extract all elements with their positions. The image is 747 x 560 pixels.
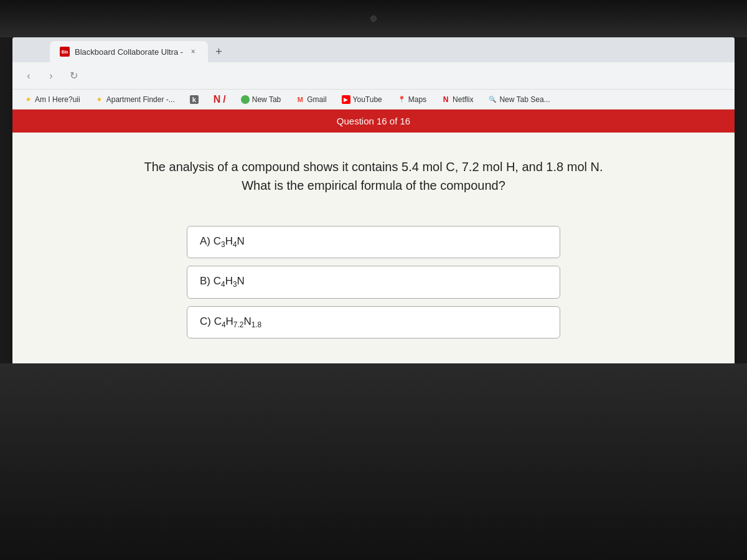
bookmark-new-tab[interactable]: New Tab xyxy=(237,94,284,105)
bookmark-apartment-finder[interactable]: ★ Apartment Finder -... xyxy=(92,94,179,105)
tab-favicon: Bb xyxy=(60,47,70,57)
question-progress-banner: Question 16 of 16 xyxy=(12,110,735,133)
nt-logo-slash: / xyxy=(223,94,225,105)
question-line1: The analysis of a compound shows it cont… xyxy=(144,160,603,174)
star-icon: ★ xyxy=(24,95,32,104)
search-icon: 🔍 xyxy=(488,95,497,104)
youtube-icon: ▶ xyxy=(342,95,350,104)
bookmark-label: YouTube xyxy=(353,95,382,104)
new-tab-icon xyxy=(241,95,250,104)
bookmark-label: Apartment Finder -... xyxy=(106,95,175,104)
laptop-bezel-top xyxy=(0,0,747,37)
active-tab[interactable]: Bb Blackboard Collaborate Ultra - × xyxy=(50,41,208,62)
page-wrapper: Bb Blackboard Collaborate Ultra - × + ‹ … xyxy=(0,0,747,560)
bookmark-netflix[interactable]: N Netflix xyxy=(438,94,477,105)
bookmark-label: Netflix xyxy=(453,95,473,104)
new-tab-button[interactable]: + xyxy=(208,42,230,62)
bookmark-youtube[interactable]: ▶ YouTube xyxy=(338,94,386,105)
answer-choices: A) C3H4N B) C4H3N C) C4H7.2N1.8 xyxy=(187,226,560,338)
nt-logo-icon: N xyxy=(214,94,221,105)
bookmark-am-i-here[interactable]: ★ Am I Here?uii xyxy=(20,94,84,105)
answer-b-button[interactable]: B) C4H3N xyxy=(187,266,560,298)
back-icon: ‹ xyxy=(27,70,30,82)
webcam xyxy=(370,16,377,22)
browser-wrapper: Bb Blackboard Collaborate Ultra - × + ‹ … xyxy=(12,37,735,363)
back-button[interactable]: ‹ xyxy=(20,67,37,85)
forward-button[interactable]: › xyxy=(42,67,60,85)
bookmark-gmail[interactable]: M Gmail xyxy=(292,94,330,105)
refresh-button[interactable]: ↻ xyxy=(65,67,82,85)
laptop-bezel-bottom xyxy=(0,363,747,560)
tab-bar: Bb Blackboard Collaborate Ultra - × + xyxy=(12,37,735,62)
bookmark-label: Am I Here?uii xyxy=(35,95,80,104)
question-progress-text: Question 16 of 16 xyxy=(337,116,410,126)
refresh-icon: ↻ xyxy=(70,70,78,82)
answer-a-button[interactable]: A) C3H4N xyxy=(187,226,560,258)
bookmark-new-tab-search[interactable]: 🔍 New Tab Sea... xyxy=(484,94,553,105)
tab-title: Blackboard Collaborate Ultra - xyxy=(75,47,183,57)
bookmark-k[interactable]: k xyxy=(186,94,202,105)
bookmark-maps[interactable]: 📍 Maps xyxy=(393,94,430,105)
star-icon: ★ xyxy=(95,95,104,104)
bookmark-label: New Tab Sea... xyxy=(499,95,550,104)
bookmark-nt-logo[interactable]: N/ xyxy=(210,93,230,106)
gmail-icon: M xyxy=(296,95,304,104)
toolbar: ‹ › ↻ xyxy=(12,62,735,90)
answer-c-button[interactable]: C) C4H7.2N1.8 xyxy=(187,306,560,338)
question-text: The analysis of a compound shows it cont… xyxy=(62,157,685,195)
bookmark-label: Gmail xyxy=(307,95,326,104)
tab-close-button[interactable]: × xyxy=(188,47,198,57)
maps-icon: 📍 xyxy=(397,95,406,104)
forward-icon: › xyxy=(49,70,52,82)
bookmarks-bar: ★ Am I Here?uii ★ Apartment Finder -... … xyxy=(12,90,735,110)
netflix-icon: N xyxy=(441,95,450,104)
question-line2: What is the empirical formula of the com… xyxy=(242,179,505,192)
main-content: The analysis of a compound shows it cont… xyxy=(12,133,735,363)
k-icon: k xyxy=(190,95,199,104)
bookmark-label: New Tab xyxy=(252,95,281,104)
bookmark-label: Maps xyxy=(408,95,426,104)
